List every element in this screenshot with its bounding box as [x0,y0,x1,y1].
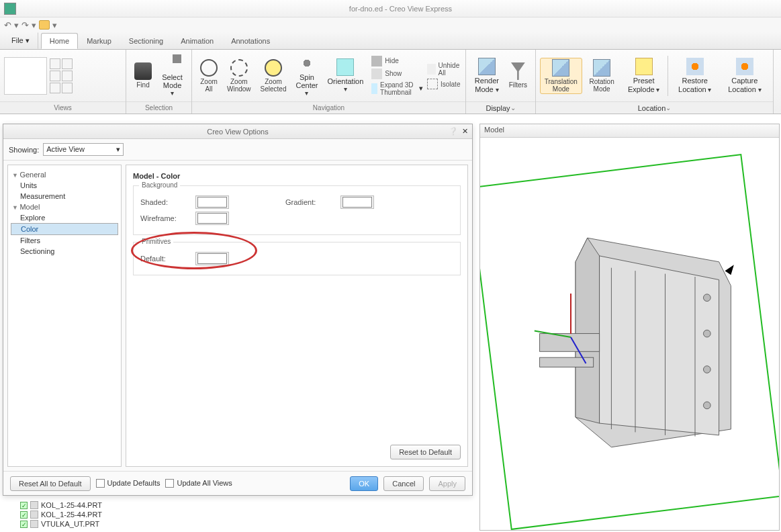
checkbox-icon[interactable] [20,502,28,509]
svg-point-5 [704,330,711,338]
title-bar: for-dno.ed - Creo View Express [0,0,781,17]
shaded-color-swatch[interactable] [195,195,229,209]
gradient-label: Gradient: [285,198,332,206]
cancel-button[interactable]: Cancel [383,476,424,491]
zoom-selected-button[interactable]: Zoom Selected [257,58,291,94]
hide-icon [371,56,382,66]
dialog-footer: Reset All to Default Update Defaults Upd… [3,471,472,495]
tree-item[interactable]: KOL_1-25-44.PRT [20,500,102,510]
tab-annotations[interactable]: Annotations [222,33,279,49]
update-views-checkbox[interactable]: Update All Views [165,479,232,488]
part-icon [30,511,38,519]
capture-location-button[interactable]: Capture Location ▾ [721,56,769,94]
hide-button[interactable]: Hide [370,55,424,67]
isolate-icon [427,79,438,89]
tab-animation[interactable]: Animation [172,33,222,49]
open-folder-icon[interactable] [39,20,50,30]
shaded-label: Shaded: [140,198,187,206]
tab-file[interactable]: File ▾ [3,32,38,49]
view-nav-right-icon[interactable] [50,71,60,81]
restore-location-button[interactable]: Restore Location ▾ [671,56,719,94]
tab-markup[interactable]: Markup [78,33,120,49]
help-icon[interactable]: ❔ [449,127,458,136]
tab-home[interactable]: Home [41,33,78,49]
tree-node-color[interactable]: Color [11,223,118,235]
wireframe-color-swatch[interactable] [195,212,229,225]
ribbon-tab-bar: File ▾ Home Markup Sectioning Animation … [0,32,781,50]
tree-node-sectioning[interactable]: Sectioning [11,246,118,257]
redo-icon[interactable]: ↷ [21,20,29,30]
svg-point-4 [704,294,711,302]
apply-button[interactable]: Apply [429,476,465,491]
preset-explode-button[interactable]: Preset Explode ▾ [622,56,666,94]
tree-node-filters[interactable]: Filters [11,235,118,246]
showing-row: Showing: Active View ▾ [3,139,472,161]
render-icon [478,58,496,75]
svg-point-7 [704,402,711,409]
ok-button[interactable]: OK [350,476,378,491]
zoom-all-icon [200,59,218,77]
find-button[interactable]: Find [130,61,156,90]
tree-node-explore[interactable]: Explore [11,212,118,223]
unhide-all-button[interactable]: Unhide All [426,61,463,77]
axis-z-icon [570,294,571,334]
tree-item[interactable]: VTULKA_UT.PRT [20,519,102,529]
render-mode-button[interactable]: Render Mode ▾ [470,56,504,94]
chevron-down-icon: ▾ [116,145,120,154]
view-list-icon[interactable] [62,58,73,69]
primitives-fieldset: Primitives Default: [133,242,461,275]
view-save-icon[interactable] [50,83,60,93]
dropdown-icon[interactable]: ▾ [32,20,36,30]
spin-center-button[interactable]: Spin Center ▾ [291,53,322,98]
isolate-button[interactable]: Isolate [426,78,463,90]
group-label: Views [0,101,126,114]
view-more-icon[interactable] [62,83,73,93]
funnel-icon [509,62,526,80]
zoom-all-button[interactable]: Zoom All [196,58,222,94]
tree-node-model[interactable]: Model [11,202,118,212]
view-grid-icon[interactable] [62,71,73,81]
dialog-title: Creo View Options [207,128,269,136]
view-thumbnail[interactable] [4,57,47,95]
tree-node-measurement[interactable]: Measurement [11,191,118,202]
tab-sectioning[interactable]: Sectioning [120,33,172,49]
rotation-mode-button[interactable]: Rotation Mode [584,58,621,94]
showing-select[interactable]: Active View ▾ [43,143,124,156]
orientation-button[interactable]: Orientation▾ [324,57,368,94]
view-nav-left-icon[interactable] [50,58,60,69]
close-icon[interactable]: ✕ [462,127,468,136]
select-mode-button[interactable]: Select Mode ▾ [157,53,187,98]
tree-item[interactable]: KOL_1-25-44.PRT [20,510,102,519]
options-panel: Model - Color Background Shaded: Gradien… [126,165,468,467]
checkbox-icon[interactable] [20,511,28,519]
part-icon [30,501,38,509]
dropdown-icon[interactable]: ▾ [52,20,57,30]
cursor-icon [164,54,181,72]
show-icon [371,69,382,79]
default-color-swatch[interactable] [195,252,229,265]
reset-all-button[interactable]: Reset All to Default [10,476,91,491]
filters-button[interactable]: Filters [505,61,531,90]
restore-icon [686,58,704,75]
model-tree-partial: KOL_1-25-44.PRT KOL_1-25-44.PRT VTULKA_U… [20,500,102,529]
ribbon-group-display: Render Mode ▾ Filters Display ⌄ [466,50,536,114]
model-viewport[interactable] [480,138,779,530]
options-tree[interactable]: General Units Measurement Model Explore … [7,165,122,467]
gradient-color-swatch[interactable] [340,195,374,209]
tree-node-general[interactable]: General [11,169,118,180]
tree-node-units[interactable]: Units [11,180,118,191]
undo-icon[interactable]: ↶ [4,20,11,30]
translation-mode-button[interactable]: Translation Mode [540,58,582,94]
show-button[interactable]: Show [370,68,424,80]
model-panel-title: Model [480,124,779,138]
fieldset-legend: Primitives [139,238,173,245]
app-icon [4,3,16,15]
expand-thumbnail-button[interactable]: Expand 3D Thumbnail▾ [370,81,424,97]
reset-to-default-button[interactable]: Reset to Default [390,445,461,459]
update-defaults-checkbox[interactable]: Update Defaults [96,479,160,488]
dropdown-icon[interactable]: ▾ [14,20,19,30]
checkbox-icon[interactable] [20,521,28,528]
zoom-selected-icon [265,59,282,77]
zoom-window-button[interactable]: Zoom Window [223,58,255,94]
ribbon-group-selection: Find Select Mode ▾ Selection [126,50,192,114]
